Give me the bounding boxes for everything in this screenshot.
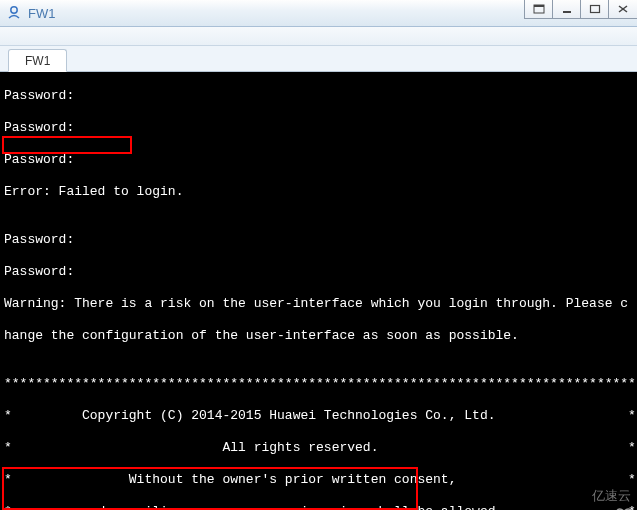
- collapse-button[interactable]: [524, 0, 553, 19]
- svg-rect-2: [534, 5, 544, 7]
- minimize-button[interactable]: [552, 0, 581, 19]
- terminal-line: Warning: There is a risk on the user-int…: [0, 296, 637, 312]
- terminal-line: * Copyright (C) 2014-2015 Huawei Technol…: [0, 408, 637, 424]
- window-title: FW1: [28, 6, 55, 21]
- maximize-button[interactable]: [580, 0, 609, 19]
- terminal-line: * All rights reserved. *: [0, 440, 637, 456]
- watermark: 亿速云: [566, 488, 631, 504]
- tab-bar: FW1: [0, 46, 637, 72]
- toolbar-strip: [0, 27, 637, 46]
- svg-rect-4: [590, 6, 599, 13]
- close-button[interactable]: [608, 0, 637, 19]
- terminal-line: Password:: [0, 232, 637, 248]
- terminal-line: hange the configuration of the user-inte…: [0, 328, 637, 344]
- terminal-line: Password:: [0, 120, 637, 136]
- terminal-output[interactable]: Password: Password: Password: Error: Fai…: [0, 72, 637, 510]
- terminal-line: Password:: [0, 264, 637, 280]
- terminal-line: ****************************************…: [0, 376, 637, 392]
- terminal-line: Password:: [0, 88, 637, 104]
- watermark-text: 亿速云: [592, 488, 631, 504]
- svg-rect-3: [563, 11, 571, 13]
- terminal-line: * no decompiling or reverse-engineering …: [0, 504, 637, 510]
- tab-fw1[interactable]: FW1: [8, 49, 67, 72]
- window-titlebar: FW1: [0, 0, 637, 27]
- terminal-line: Error: Failed to login.: [0, 184, 637, 200]
- infinity-icon: [566, 489, 588, 503]
- terminal-line: Password:: [0, 152, 637, 168]
- terminal-line: * Without the owner's prior written cons…: [0, 472, 637, 488]
- svg-point-0: [11, 7, 17, 13]
- window-controls: [525, 0, 637, 21]
- app-icon: [6, 5, 22, 21]
